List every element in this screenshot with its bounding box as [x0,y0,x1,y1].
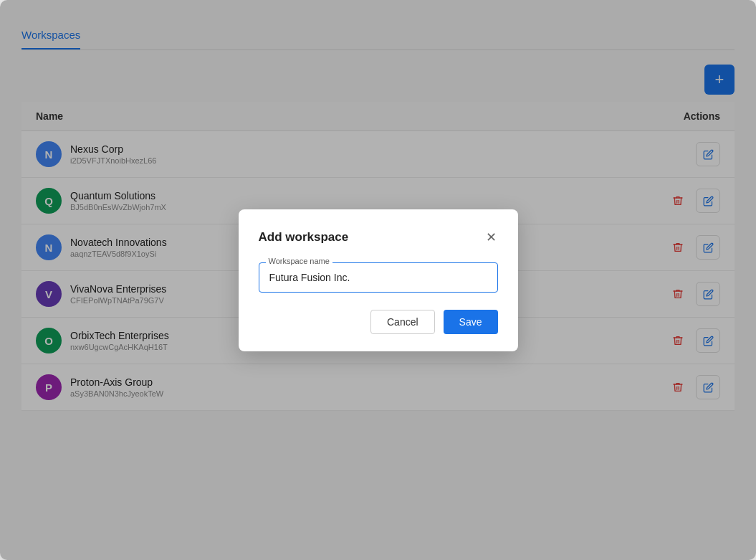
workspace-name-field: Workspace name [259,262,498,293]
save-button[interactable]: Save [444,310,498,334]
workspace-name-input[interactable] [259,262,498,293]
modal-close-button[interactable]: ✕ [484,229,498,245]
modal-header: Add workspace ✕ [259,229,498,245]
cancel-button[interactable]: Cancel [370,310,435,334]
workspace-name-label: Workspace name [266,257,332,265]
app-window: Workspaces + Name Actions N Nexus Corp i… [0,0,756,560]
modal-overlay: Add workspace ✕ Workspace name Cancel Sa… [0,0,756,560]
add-workspace-modal: Add workspace ✕ Workspace name Cancel Sa… [239,209,518,351]
modal-title: Add workspace [259,230,349,245]
modal-actions: Cancel Save [259,310,498,334]
